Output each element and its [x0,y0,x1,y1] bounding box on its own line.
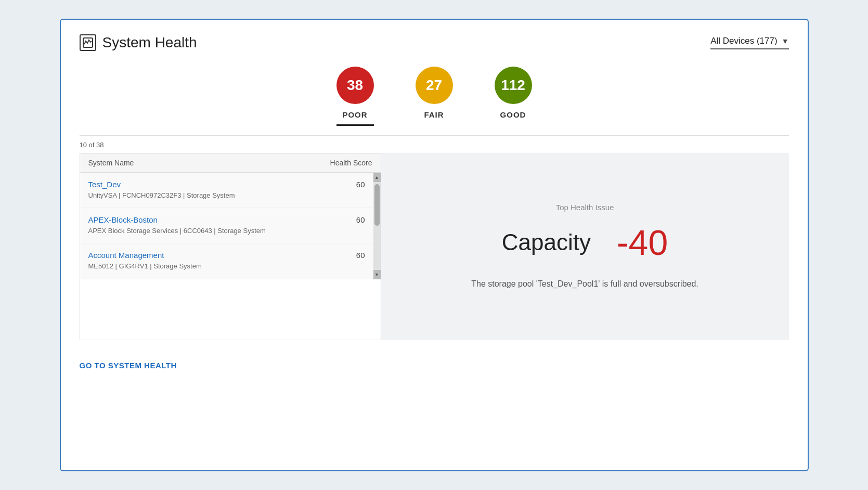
good-score-badge: 112 [495,67,532,104]
tab-good[interactable]: 112 GOOD [495,67,532,126]
card-header: System Health All Devices (177) ▼ [80,34,789,51]
table-row[interactable]: Test_Dev 60 UnityVSA | FCNCH0972C32F3 | … [80,173,373,208]
table-scroll-wrapper: Test_Dev 60 UnityVSA | FCNCH0972C32F3 | … [80,173,381,279]
fair-score-badge: 27 [416,67,453,104]
table-row[interactable]: APEX-Block-Boston 60 APEX Block Storage … [80,208,373,243]
device-selector-label: All Devices (177) [710,36,778,46]
row-system-name[interactable]: Test_Dev [88,180,121,189]
scrollbar-track[interactable]: ▲ ▼ [373,173,381,279]
issue-description: The storage pool 'Test_Dev_Pool1' is ful… [471,277,698,291]
issue-name: Capacity [502,229,591,255]
row-health-score: 60 [356,215,365,224]
row-system-name[interactable]: Account Management [88,251,164,260]
poor-score-label: POOR [342,110,367,119]
col-header-name: System Name [88,159,134,167]
row-system-name[interactable]: APEX-Block-Boston [88,215,158,224]
row-subtitle: UnityVSA | FCNCH0972C32F3 | Storage Syst… [88,191,365,200]
poor-score-badge: 38 [336,67,374,104]
score-tabs: 38 POOR 27 FAIR 112 GOOD [80,67,789,126]
title-section: System Health [80,34,197,51]
chevron-down-icon: ▼ [782,37,789,45]
page-title: System Health [102,34,197,51]
system-health-card: System Health All Devices (177) ▼ 38 POO… [60,19,809,471]
row-health-score: 60 [356,251,365,260]
tab-poor[interactable]: 38 POOR [336,67,374,126]
good-score-label: GOOD [500,110,526,119]
row-top: APEX-Block-Boston 60 [88,215,365,224]
systems-table: System Name Health Score Test_Dev 60 Uni… [80,153,381,340]
issue-score: -40 [617,222,668,263]
col-header-score: Health Score [330,159,372,167]
table-section: System Name Health Score Test_Dev 60 Uni… [80,153,789,340]
section-divider [80,135,789,136]
detail-panel: Top Health Issue Capacity -40 The storag… [381,153,789,340]
row-subtitle: APEX Block Storage Services | 6CC0643 | … [88,226,365,236]
table-row[interactable]: Account Management 60 ME5012 | GIG4RV1 |… [80,243,373,279]
scrollbar-thumb[interactable] [374,184,380,226]
detail-subtitle: Top Health Issue [402,203,768,212]
scroll-down-button[interactable]: ▼ [373,270,381,279]
row-top: Account Management 60 [88,251,365,260]
row-health-score: 60 [356,180,365,189]
device-selector-dropdown[interactable]: All Devices (177) ▼ [710,36,788,49]
row-top: Test_Dev 60 [88,180,365,189]
health-monitor-icon [80,34,96,51]
scroll-up-button[interactable]: ▲ [373,173,381,182]
goto-system-health-link[interactable]: GO TO SYSTEM HEALTH [80,361,177,370]
table-rows: Test_Dev 60 UnityVSA | FCNCH0972C32F3 | … [80,173,373,279]
fair-score-label: FAIR [424,110,444,119]
row-subtitle: ME5012 | GIG4RV1 | Storage System [88,262,365,271]
detail-main: Capacity -40 [402,222,768,263]
tab-fair[interactable]: 27 FAIR [416,67,453,126]
table-count: 10 of 38 [80,141,789,149]
table-header-row: System Name Health Score [80,153,381,173]
